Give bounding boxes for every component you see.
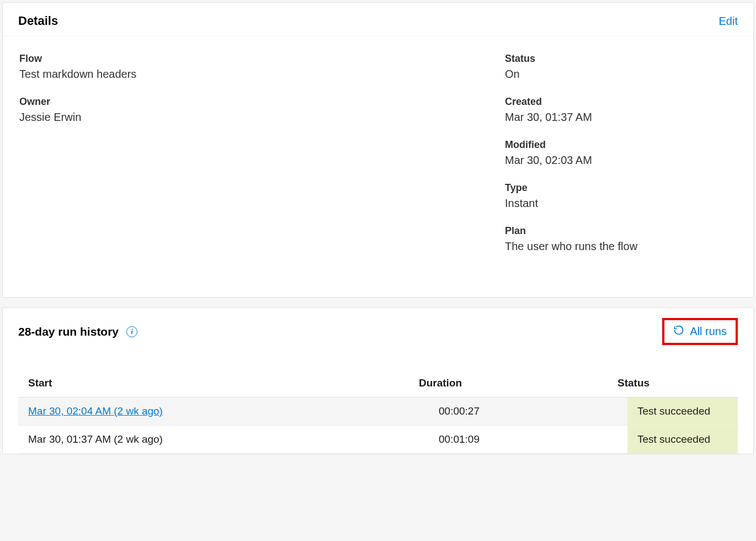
details-right-column: Status On Created Mar 30, 01:37 AM Modif…: [505, 53, 737, 253]
plan-label: Plan: [505, 225, 737, 237]
plan-value: The user who runs the flow: [505, 240, 637, 252]
type-value: Instant: [505, 197, 538, 209]
details-card: Details Edit Flow Test markdown headers …: [2, 2, 754, 298]
run-status-cell: Test succeeded: [627, 426, 738, 453]
run-start-cell: Mar 30, 01:37 AM (2 wk ago): [28, 433, 439, 445]
run-start-link[interactable]: Mar 30, 02:04 AM (2 wk ago): [28, 405, 163, 417]
details-left-column: Flow Test markdown headers Owner Jessie …: [19, 53, 505, 253]
run-duration-cell: 00:00:27: [439, 405, 637, 417]
run-start-cell: Mar 30, 02:04 AM (2 wk ago): [28, 405, 439, 417]
run-history-title-wrap: 28-day run history i: [18, 325, 137, 338]
created-value: Mar 30, 01:37 AM: [505, 111, 592, 123]
status-value: On: [505, 68, 520, 80]
details-title: Details: [18, 14, 58, 28]
type-label: Type: [505, 182, 737, 194]
details-header: Details Edit: [3, 3, 753, 36]
refresh-icon: [673, 325, 684, 338]
flow-field: Flow Test markdown headers: [19, 53, 505, 81]
flow-label: Flow: [19, 53, 505, 65]
created-label: Created: [505, 96, 737, 108]
type-field: Type Instant: [505, 182, 737, 210]
run-history-card: 28-day run history i All runs Start Dura…: [2, 307, 754, 454]
all-runs-highlight: All runs: [662, 318, 738, 345]
col-start: Start: [28, 377, 419, 389]
owner-field: Owner Jessie Erwin: [19, 96, 505, 124]
table-header: Start Duration Status: [18, 369, 738, 397]
run-history-title: 28-day run history: [18, 325, 119, 338]
plan-field: Plan The user who runs the flow: [505, 225, 737, 253]
all-runs-button[interactable]: All runs: [668, 321, 732, 342]
run-history-header: 28-day run history i All runs: [3, 308, 753, 355]
modified-label: Modified: [505, 139, 737, 151]
details-body: Flow Test markdown headers Owner Jessie …: [3, 36, 753, 297]
modified-field: Modified Mar 30, 02:03 AM: [505, 139, 737, 167]
status-label: Status: [505, 53, 737, 65]
col-status: Status: [617, 377, 728, 389]
run-history-table: Start Duration Status Mar 30, 02:04 AM (…: [3, 355, 753, 454]
edit-link[interactable]: Edit: [719, 15, 738, 28]
created-field: Created Mar 30, 01:37 AM: [505, 96, 737, 124]
owner-value: Jessie Erwin: [19, 111, 81, 123]
modified-value: Mar 30, 02:03 AM: [505, 154, 592, 166]
run-status-cell: Test succeeded: [627, 397, 738, 425]
owner-label: Owner: [19, 96, 505, 108]
table-row[interactable]: Mar 30, 02:04 AM (2 wk ago)00:00:27Test …: [18, 397, 738, 426]
status-field: Status On: [505, 53, 737, 81]
table-row[interactable]: Mar 30, 01:37 AM (2 wk ago)00:01:09Test …: [18, 426, 738, 454]
table-body: Mar 30, 02:04 AM (2 wk ago)00:00:27Test …: [18, 397, 738, 454]
all-runs-label: All runs: [690, 325, 727, 338]
run-duration-cell: 00:01:09: [439, 433, 637, 445]
info-icon[interactable]: i: [126, 326, 137, 337]
table-header-row: Start Duration Status: [18, 369, 738, 397]
col-duration: Duration: [419, 377, 617, 389]
flow-value: Test markdown headers: [19, 68, 136, 80]
